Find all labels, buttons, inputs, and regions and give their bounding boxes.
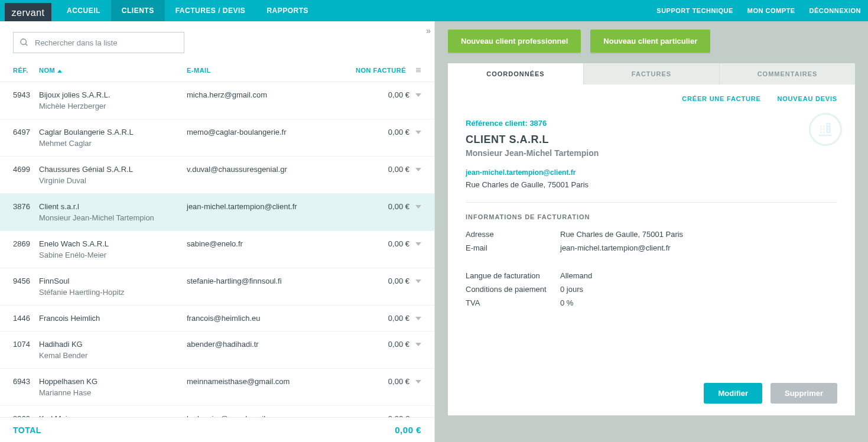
modify-button[interactable]: Modifier (704, 383, 762, 404)
cell-amount: 0,00 € (350, 377, 421, 386)
chevron-down-icon[interactable] (415, 93, 421, 97)
cell-ref: 3876 (13, 202, 39, 211)
cell-amount: 0,00 € (350, 128, 421, 136)
chevron-down-icon[interactable] (415, 168, 421, 171)
detail-tabs: COORDONNÉESFACTURESCOMMENTAIRES (448, 63, 855, 84)
cell-amount: 0,00 € (350, 277, 421, 285)
info-email-value: jean-michel.tartempion@client.fr (560, 243, 671, 252)
nav-rapports[interactable]: RAPPORTS (256, 0, 319, 21)
detail-panel: Nouveau client professionnel Nouveau cli… (435, 21, 868, 442)
new-quote-link[interactable]: NOUVEAU DEVIS (778, 95, 837, 102)
cell-amount: 0,00 € (350, 202, 421, 211)
chevron-down-icon[interactable] (415, 343, 421, 346)
info-terms-label: Conditions de paiement (466, 285, 560, 294)
table-header: RÉF. NOM E-MAIL NON FACTURÉ ≡ (0, 60, 434, 82)
table-row[interactable]: 2869Enelo Wach S.A.R.LSabine Enélo-Meier… (0, 231, 434, 268)
table-row[interactable]: 3876Client s.a.r.lMonsieur Jean-Michel T… (0, 194, 434, 231)
cell-amount: 0,00 € (350, 314, 421, 323)
info-lang-value: Allemand (560, 271, 592, 280)
cell-name: Enelo Wach S.A.R.LSabine Enélo-Meier (39, 239, 187, 259)
detail-card: CRÉER UNE FACTURE NOUVEAU DEVIS Référenc… (448, 84, 855, 415)
nav-mon-compte[interactable]: MON COMPTE (740, 7, 802, 14)
nav-accueil[interactable]: ACCUEIL (56, 0, 111, 21)
cell-email: meinnameisthase@gmail.com (187, 377, 350, 386)
info-terms-value: 0 jours (560, 285, 583, 294)
tab-coordonnées[interactable]: COORDONNÉES (448, 63, 584, 84)
table-row[interactable]: 5943Bijoux jolies S.A.R.L.Michèle Herzbe… (0, 82, 434, 119)
cell-name: FinnSoulStéfanie Haertling-Hopitz (39, 277, 187, 297)
info-lang-label: Langue de facturation (466, 271, 560, 280)
info-vat-value: 0 % (560, 298, 573, 307)
nav-d-connexion[interactable]: DÉCONNEXION (802, 7, 868, 14)
info-vat-label: TVA (466, 298, 560, 307)
table-row[interactable]: 4699Chaussures Génial S.A.R.LVirginie Du… (0, 157, 434, 194)
table-row[interactable]: 1074Hadihadi KGKemal Benderabender@hadih… (0, 332, 434, 369)
nav-links: ACCUEILCLIENTSFACTURES / DEVISRAPPORTS (56, 0, 319, 21)
chevron-down-icon[interactable] (415, 280, 421, 283)
nav-right: SUPPORT TECHNIQUEMON COMPTEDÉCONNEXION (649, 0, 868, 21)
chevron-down-icon[interactable] (415, 242, 421, 246)
table-row[interactable]: 1446Francois Heimlichfrancois@heimlich.e… (0, 306, 434, 332)
cell-ref: 5943 (13, 90, 39, 99)
cell-email: micha.herz@gmail.com (187, 90, 350, 99)
cell-name: Chaussures Génial S.A.R.LVirginie Duval (39, 165, 187, 185)
new-private-client-button[interactable]: Nouveau client particulier (590, 30, 710, 53)
nav-factures-devis[interactable]: FACTURES / DEVIS (165, 0, 256, 21)
cell-ref: 2869 (13, 239, 39, 248)
col-email[interactable]: E-MAIL (187, 67, 339, 74)
table-row[interactable]: 2969Karl Meierkarl.meier@googlemail.com0… (0, 406, 434, 417)
table-row[interactable]: 6943Hoppelhasen KGMarianne Hasemeinnamei… (0, 369, 434, 406)
cell-amount: 0,00 € (350, 90, 421, 99)
info-address-label: Adresse (466, 230, 560, 239)
delete-button[interactable]: Supprimer (771, 383, 837, 404)
cell-amount: 0,00 € (350, 165, 421, 174)
cell-name: Hadihadi KGKemal Bender (39, 340, 187, 360)
cell-email: sabine@enelo.fr (187, 239, 350, 248)
search-box[interactable] (13, 32, 184, 53)
client-email[interactable]: jean-michel.tartempion@client.fr (466, 168, 837, 177)
top-nav: zervant ACCUEILCLIENTSFACTURES / DEVISRA… (0, 0, 868, 21)
tab-commentaires[interactable]: COMMENTAIRES (720, 63, 855, 84)
company-icon (809, 113, 842, 146)
svg-point-0 (21, 39, 26, 44)
create-invoice-link[interactable]: CRÉER UNE FACTURE (682, 95, 760, 102)
col-amount[interactable]: NON FACTURÉ (339, 67, 409, 74)
nav-support-technique[interactable]: SUPPORT TECHNIQUE (649, 7, 740, 14)
col-name[interactable]: NOM (39, 67, 187, 74)
total-label: TOTAL (13, 425, 41, 435)
cell-ref: 1446 (13, 314, 39, 323)
client-address: Rue Charles de Gaulle, 75001 Paris (466, 180, 837, 189)
table-row[interactable]: 6497Caglar Boulangerie S.A.R.LMehmet Cag… (0, 119, 434, 157)
cell-email: stefanie-hartling@finnsoul.fi (187, 277, 350, 285)
cell-name: Client s.a.r.lMonsieur Jean-Michel Tarte… (39, 202, 187, 222)
chevron-down-icon[interactable] (415, 205, 421, 209)
sort-asc-icon (57, 70, 62, 73)
info-email-label: E-mail (466, 243, 560, 252)
tab-factures[interactable]: FACTURES (584, 63, 720, 84)
client-contact: Monsieur Jean-Michel Tartempion (466, 148, 837, 158)
cell-ref: 6943 (13, 377, 39, 386)
logo[interactable]: zervant (0, 0, 56, 21)
cell-amount: 0,00 € (350, 340, 421, 349)
client-rows[interactable]: 5943Bijoux jolies S.A.R.L.Michèle Herzbe… (0, 82, 434, 417)
cell-email: francois@heimlich.eu (187, 314, 350, 323)
total-amount: 0,00 € (395, 425, 421, 435)
svg-line-1 (25, 44, 27, 46)
cell-name: Hoppelhasen KGMarianne Hase (39, 377, 187, 397)
nav-clients[interactable]: CLIENTS (111, 0, 165, 21)
chevron-down-icon[interactable] (415, 131, 421, 134)
new-pro-client-button[interactable]: Nouveau client professionnel (448, 30, 581, 53)
cell-email: abender@hadihadi.tr (187, 340, 350, 349)
chevron-down-icon[interactable] (415, 317, 421, 320)
billing-heading: INFORMATIONS DE FACTURATION (466, 213, 837, 220)
columns-menu-icon[interactable]: ≡ (409, 65, 421, 76)
search-input[interactable] (35, 38, 178, 47)
collapse-panel-icon[interactable]: » (426, 26, 431, 35)
chevron-down-icon[interactable] (415, 380, 421, 384)
cell-ref: 9456 (13, 277, 39, 285)
col-ref[interactable]: RÉF. (13, 67, 39, 74)
card-actions: CRÉER UNE FACTURE NOUVEAU DEVIS (466, 95, 837, 102)
cell-ref: 4699 (13, 165, 39, 174)
cell-name: Caglar Boulangerie S.A.R.LMehmet Caglar (39, 128, 187, 148)
table-row[interactable]: 9456FinnSoulStéfanie Haertling-Hopitzste… (0, 268, 434, 306)
